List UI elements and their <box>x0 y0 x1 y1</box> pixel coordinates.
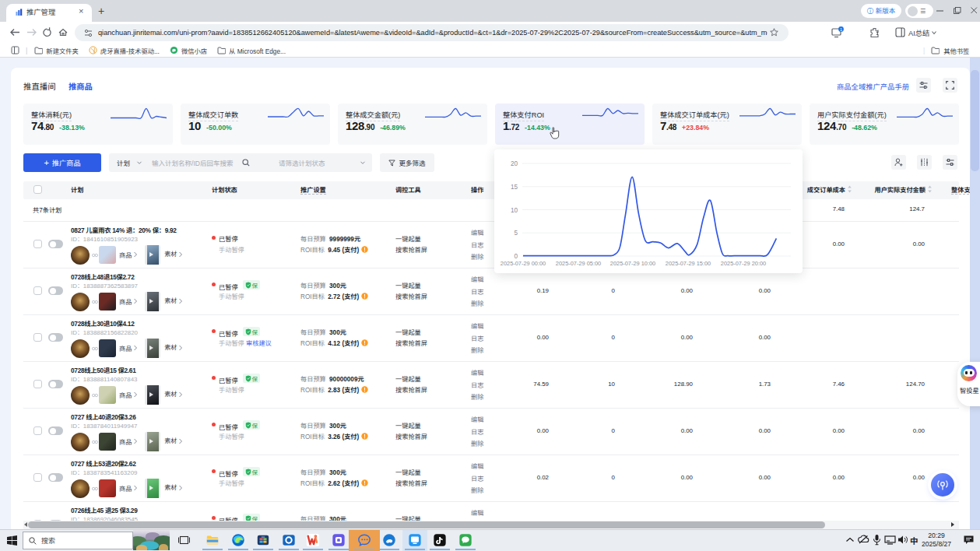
svg-text:20: 20 <box>511 160 518 167</box>
svg-text:5: 5 <box>514 230 518 237</box>
svg-text:15: 15 <box>511 184 518 191</box>
svg-text:0: 0 <box>514 253 518 260</box>
svg-text:1: 1 <box>840 27 842 32</box>
svg-text:2025-07-29 05:00: 2025-07-29 05:00 <box>556 260 601 267</box>
svg-text:2025-07-29 20:00: 2025-07-29 20:00 <box>721 260 766 267</box>
svg-text:2025-07-29 00:00: 2025-07-29 00:00 <box>501 260 546 267</box>
svg-text:10: 10 <box>511 207 518 214</box>
svg-text:2025-07-29 15:00: 2025-07-29 15:00 <box>666 260 711 267</box>
svg-text:2025-07-29 10:00: 2025-07-29 10:00 <box>610 260 655 267</box>
